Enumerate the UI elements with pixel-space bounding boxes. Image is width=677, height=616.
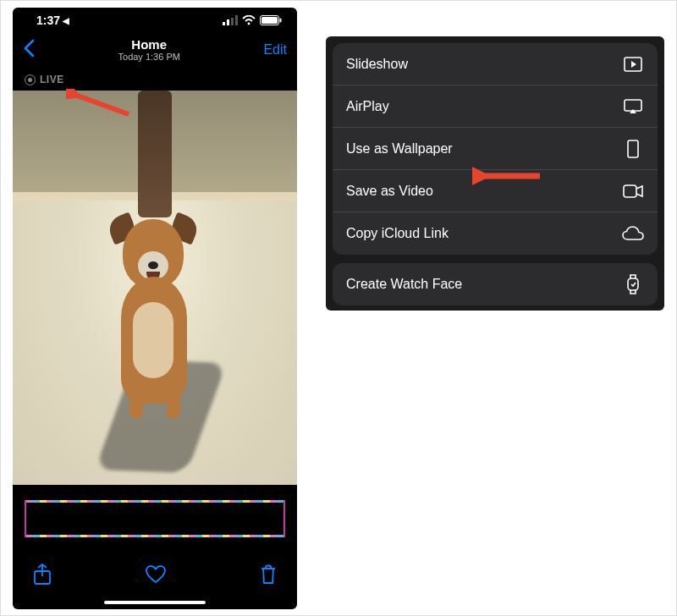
share-sheet-group-2: Create Watch Face bbox=[333, 263, 658, 305]
svg-rect-0 bbox=[223, 22, 225, 25]
watch-icon bbox=[622, 274, 644, 294]
clock-label: 1:37 bbox=[36, 14, 60, 27]
live-label: LIVE bbox=[40, 74, 64, 85]
menu-item-airplay[interactable]: AirPlay bbox=[333, 85, 658, 128]
nav-subtitle: Today 1:36 PM bbox=[118, 52, 180, 63]
svg-rect-1 bbox=[227, 19, 229, 25]
play-rect-icon bbox=[622, 57, 644, 72]
status-indicators bbox=[223, 15, 282, 25]
share-sheet: Slideshow AirPlay Use as Wallpaper Save … bbox=[326, 36, 664, 311]
svg-rect-13 bbox=[624, 185, 636, 197]
location-arrow-icon: ◀︎ bbox=[63, 16, 69, 25]
menu-label: Copy iCloud Link bbox=[346, 226, 449, 241]
airplay-icon bbox=[622, 99, 644, 114]
favorite-button[interactable] bbox=[145, 564, 167, 588]
battery-icon bbox=[260, 15, 282, 25]
rect-portrait-icon bbox=[622, 140, 644, 158]
photo-subject-dog bbox=[91, 201, 217, 421]
menu-item-save-as-video[interactable]: Save as Video bbox=[333, 170, 658, 212]
menu-item-create-watch-face[interactable]: Create Watch Face bbox=[333, 263, 658, 305]
share-button[interactable] bbox=[33, 564, 52, 589]
menu-item-wallpaper[interactable]: Use as Wallpaper bbox=[333, 128, 658, 170]
menu-label: AirPlay bbox=[346, 99, 389, 114]
live-photo-scrubber[interactable] bbox=[25, 500, 285, 537]
iphone-photos-viewer: 1:37 ◀︎ Home Today 1:36 PM Edit LIVE bbox=[13, 8, 297, 609]
menu-item-slideshow[interactable]: Slideshow bbox=[333, 43, 658, 85]
live-icon bbox=[25, 74, 36, 85]
share-sheet-group-1: Slideshow AirPlay Use as Wallpaper Save … bbox=[333, 43, 658, 255]
cellular-icon bbox=[223, 15, 238, 25]
menu-label: Slideshow bbox=[346, 57, 408, 72]
svg-rect-3 bbox=[235, 15, 238, 25]
svg-rect-14 bbox=[628, 278, 638, 290]
wifi-icon bbox=[242, 15, 256, 25]
svg-rect-12 bbox=[628, 140, 638, 157]
menu-label: Use as Wallpaper bbox=[346, 141, 453, 157]
nav-title-block: Home Today 1:36 PM bbox=[118, 37, 180, 63]
status-time: 1:37 ◀︎ bbox=[36, 14, 69, 27]
photo-viewport[interactable] bbox=[13, 91, 297, 485]
back-button[interactable] bbox=[23, 37, 35, 63]
live-badge-row: LIVE bbox=[13, 69, 297, 91]
status-bar: 1:37 ◀︎ bbox=[13, 8, 297, 31]
nav-bar: Home Today 1:36 PM Edit bbox=[13, 31, 297, 69]
svg-point-4 bbox=[248, 23, 250, 25]
video-camera-icon bbox=[622, 184, 644, 198]
cloud-icon bbox=[622, 226, 644, 241]
trash-button[interactable] bbox=[260, 564, 277, 588]
nav-title: Home bbox=[118, 37, 180, 52]
menu-label: Create Watch Face bbox=[346, 277, 462, 292]
svg-rect-7 bbox=[280, 19, 282, 23]
svg-rect-2 bbox=[231, 18, 234, 25]
menu-label: Save as Video bbox=[346, 184, 433, 199]
menu-item-copy-icloud-link[interactable]: Copy iCloud Link bbox=[333, 212, 658, 255]
svg-rect-6 bbox=[261, 17, 278, 24]
home-indicator bbox=[104, 601, 206, 604]
edit-button[interactable]: Edit bbox=[263, 42, 287, 58]
